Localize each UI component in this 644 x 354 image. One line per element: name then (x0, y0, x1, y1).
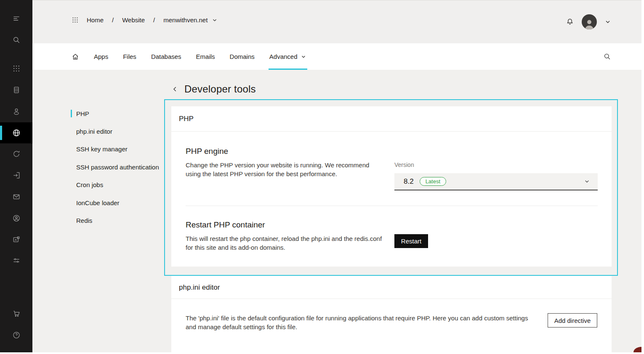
tab-advanced[interactable]: Advanced (269, 43, 306, 70)
tab-advanced-label: Advanced (269, 53, 298, 60)
back-chevron-icon[interactable] (172, 86, 178, 92)
submenu-item-redis[interactable]: Redis (71, 211, 168, 229)
submenu-item-label: IonCube loader (76, 199, 120, 206)
server-icon[interactable] (0, 79, 32, 100)
restart-heading: Restart PHP container (186, 220, 265, 230)
breadcrumb-home[interactable]: Home (87, 16, 104, 24)
php-engine-description: Change the PHP version your website is r… (186, 161, 383, 178)
tab-apps[interactable]: Apps (94, 43, 108, 70)
php-card-title: PHP (171, 106, 612, 132)
breadcrumb: Home / Website / menwithven.net (72, 16, 218, 24)
phpini-card: php.ini editor The 'php.ini' file is the… (171, 276, 612, 352)
submenu-item-phpini-editor[interactable]: php.ini editor (71, 122, 168, 140)
submenu-item-label: SSH key manager (76, 145, 128, 153)
login-icon[interactable] (0, 165, 32, 186)
breadcrumb-domain[interactable]: menwithven.net (163, 16, 218, 24)
tab-files-label: Files (123, 53, 136, 60)
account-icon[interactable] (0, 208, 32, 229)
submenu-active-indicator (71, 110, 72, 117)
phpini-card-title: php.ini editor (171, 276, 612, 299)
preferences-icon[interactable] (0, 250, 32, 271)
apps-grid-icon[interactable] (0, 58, 32, 79)
help-icon[interactable] (0, 325, 32, 346)
header-right (566, 14, 611, 29)
submenu-item-label: Cron jobs (76, 181, 103, 188)
icon-sidebar (0, 0, 32, 352)
submenu-item-php[interactable]: PHP (71, 105, 168, 122)
page-title: Developer tools (184, 83, 256, 95)
search-icon[interactable] (0, 29, 32, 50)
tab-domains[interactable]: Domains (230, 43, 255, 70)
nav-search-icon[interactable] (603, 53, 611, 62)
submenu-item-label: php.ini editor (76, 128, 112, 135)
sidebar-active-indicator (0, 126, 2, 140)
cart-icon[interactable] (0, 303, 32, 324)
tab-emails[interactable]: Emails (196, 43, 215, 70)
submenu-item-ssh-key-manager[interactable]: SSH key manager (71, 140, 168, 158)
breadcrumb-website[interactable]: Website (122, 16, 145, 24)
globe-icon[interactable] (0, 122, 32, 143)
submenu-item-ioncube-loader[interactable]: IonCube loader (71, 194, 168, 211)
home-icon[interactable] (72, 53, 79, 61)
tab-databases-label: Databases (151, 53, 181, 60)
active-tab-underline (269, 69, 307, 70)
breadcrumb-grid-icon[interactable] (72, 17, 78, 23)
submenu-item-cron-jobs[interactable]: Cron jobs (71, 176, 168, 194)
php-version-select[interactable]: 8.2 Latest (394, 173, 598, 190)
php-engine-heading: PHP engine (186, 147, 228, 156)
avatar[interactable] (582, 14, 597, 29)
page-title-row: Developer tools (172, 83, 256, 95)
tab-files[interactable]: Files (123, 43, 136, 70)
menu-icon[interactable] (0, 8, 32, 29)
site-navbar: Apps Files Databases Emails Domains Adva… (32, 43, 641, 70)
tab-apps-label: Apps (94, 53, 108, 60)
tab-domains-label: Domains (230, 53, 255, 60)
chevron-down-icon (212, 17, 218, 23)
php-card: PHP PHP engine Change the PHP version yo… (171, 106, 612, 267)
bell-icon[interactable] (566, 18, 574, 26)
select-chevron-down-icon (584, 178, 590, 185)
restart-button[interactable]: Restart (394, 234, 428, 248)
app-window: Home / Website / menwithven.net (0, 0, 641, 352)
breadcrumb-separator: / (112, 16, 114, 24)
submenu-item-label: PHP (76, 110, 89, 117)
phpini-description: The 'php.ini' file is the default config… (186, 314, 535, 331)
user-icon[interactable] (0, 101, 32, 122)
latest-badge: Latest (420, 177, 446, 186)
tab-emails-label: Emails (196, 53, 215, 60)
chevron-down-icon (301, 54, 306, 60)
submenu-item-label: SSH password authentication (76, 164, 159, 171)
tab-databases[interactable]: Databases (151, 43, 181, 70)
add-directive-button[interactable]: Add directive (548, 313, 597, 328)
breadcrumb-separator: / (153, 16, 155, 24)
submenu-item-label: Redis (76, 217, 92, 224)
version-label: Version (394, 161, 414, 168)
breadcrumb-domain-label: menwithven.net (163, 16, 208, 24)
top-header: Home / Website / menwithven.net (32, 0, 641, 43)
sites-icon[interactable] (0, 229, 32, 250)
submenu-item-ssh-password-auth[interactable]: SSH password authentication (71, 158, 168, 176)
sync-icon[interactable] (0, 143, 32, 164)
php-version-value: 8.2 (404, 177, 414, 186)
restart-description: This will restart the php container, rel… (186, 234, 389, 252)
account-chevron-down-icon[interactable] (604, 18, 611, 25)
mail-icon[interactable] (0, 186, 32, 207)
section-divider (186, 206, 598, 206)
developer-tools-submenu: PHP php.ini editor SSH key manager SSH p… (71, 105, 168, 230)
